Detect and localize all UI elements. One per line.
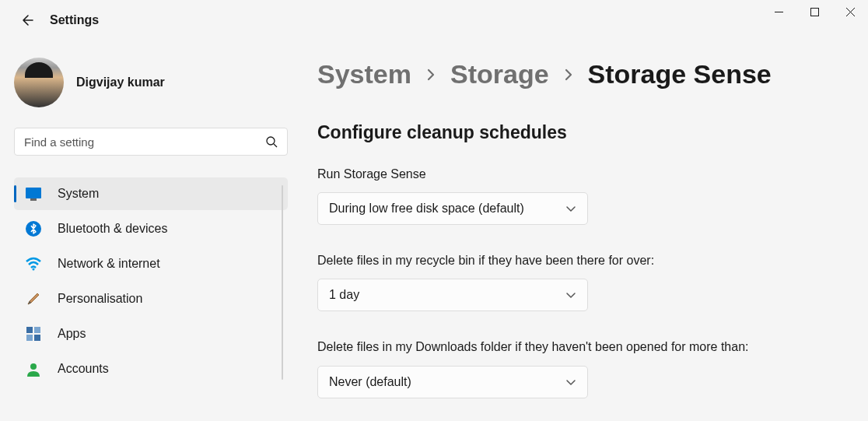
nav-item-network[interactable]: Network & internet — [14, 247, 288, 280]
page-title: Settings — [50, 13, 99, 27]
chevron-right-icon — [563, 67, 574, 82]
minimize-button[interactable] — [761, 0, 796, 23]
profile-name: Digvijay kumar — [76, 75, 165, 89]
nav-label: Network & internet — [58, 257, 160, 271]
chevron-down-icon — [565, 205, 576, 212]
svg-line-5 — [274, 144, 277, 147]
main-content: System Storage Storage Sense Configure c… — [294, 40, 868, 418]
svg-rect-1 — [810, 8, 818, 16]
nav-item-bluetooth[interactable]: Bluetooth & devices — [14, 212, 288, 245]
system-icon — [25, 185, 42, 202]
svg-rect-6 — [26, 188, 41, 198]
brush-icon — [25, 290, 42, 307]
sidebar: Digvijay kumar System Bluetooth & device… — [0, 40, 294, 418]
breadcrumb: System Storage Storage Sense — [317, 59, 845, 89]
maximize-button[interactable] — [796, 0, 832, 23]
accounts-icon — [25, 360, 42, 377]
close-button[interactable] — [832, 0, 868, 23]
bluetooth-icon — [25, 220, 42, 237]
run-storage-sense-label: Run Storage Sense — [317, 165, 753, 183]
svg-rect-13 — [34, 335, 40, 341]
breadcrumb-parent[interactable]: Storage — [450, 59, 549, 89]
nav-label: Accounts — [58, 362, 109, 376]
apps-icon — [25, 325, 42, 342]
window-controls — [761, 0, 868, 23]
avatar — [14, 58, 64, 107]
downloads-folder-dropdown[interactable]: Never (default) — [317, 366, 588, 398]
chevron-down-icon — [565, 378, 576, 386]
svg-rect-12 — [26, 335, 33, 341]
dropdown-value: During low free disk space (default) — [329, 202, 524, 216]
back-arrow-icon — [19, 12, 34, 28]
back-button[interactable] — [17, 11, 36, 30]
svg-point-14 — [30, 363, 37, 370]
wifi-icon — [25, 255, 42, 272]
svg-rect-7 — [30, 198, 37, 201]
header: Settings — [0, 0, 868, 40]
breadcrumb-root[interactable]: System — [317, 59, 411, 89]
minimize-icon — [775, 8, 783, 16]
downloads-folder-label: Delete files in my Downloads folder if t… — [317, 338, 753, 356]
svg-rect-10 — [26, 327, 33, 333]
dropdown-value: 1 day — [329, 288, 359, 302]
nav-item-system[interactable]: System — [14, 177, 288, 210]
nav-item-apps[interactable]: Apps — [14, 318, 288, 350]
chevron-right-icon — [425, 67, 436, 82]
nav-item-personalisation[interactable]: Personalisation — [14, 282, 288, 315]
profile-block[interactable]: Digvijay kumar — [14, 40, 288, 128]
recycle-bin-dropdown[interactable]: 1 day — [317, 279, 588, 311]
breadcrumb-current: Storage Sense — [588, 59, 772, 89]
search-input[interactable] — [24, 135, 265, 149]
section-title: Configure cleanup schedules — [317, 122, 845, 143]
nav-list: System Bluetooth & devices Network & int… — [14, 177, 288, 388]
chevron-down-icon — [565, 291, 576, 299]
run-storage-sense-dropdown[interactable]: During low free disk space (default) — [317, 192, 588, 225]
recycle-bin-label: Delete files in my recycle bin if they h… — [317, 251, 753, 269]
svg-point-4 — [267, 137, 275, 145]
nav-label: Bluetooth & devices — [58, 222, 167, 236]
close-icon — [846, 8, 855, 16]
svg-point-9 — [33, 268, 35, 271]
nav-label: Personalisation — [58, 292, 142, 306]
nav-item-accounts[interactable]: Accounts — [14, 353, 288, 385]
nav-label: Apps — [58, 327, 86, 341]
search-input-container[interactable] — [14, 128, 288, 156]
maximize-icon — [810, 8, 819, 16]
dropdown-value: Never (default) — [329, 375, 411, 389]
search-icon — [265, 135, 278, 148]
nav-label: System — [58, 187, 99, 201]
svg-rect-11 — [34, 327, 40, 333]
